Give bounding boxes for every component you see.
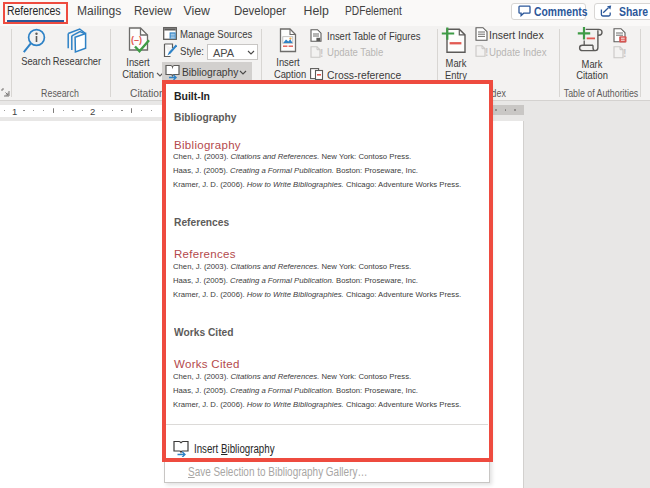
svg-text:(–): (–): [131, 35, 142, 45]
svg-text:!: !: [485, 47, 488, 58]
svg-text:!: !: [320, 48, 323, 59]
svg-text:!: !: [623, 47, 626, 59]
